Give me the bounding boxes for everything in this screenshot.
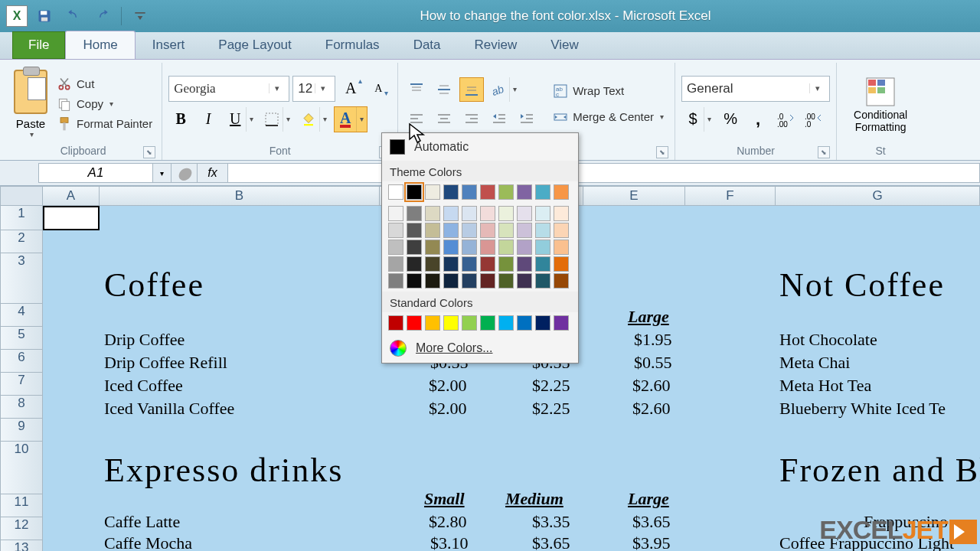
cell[interactable]: $3.65 xyxy=(532,533,570,551)
align-right-button[interactable] xyxy=(459,107,484,132)
color-swatch[interactable] xyxy=(517,240,532,255)
conditional-formatting-button[interactable]: Conditional Formatting xyxy=(843,73,918,135)
chevron-down-icon[interactable]: ▾ xyxy=(269,83,284,93)
cell[interactable]: Caffe Latte xyxy=(104,512,180,532)
currency-button[interactable]: $▾ xyxy=(681,106,715,132)
fx-button[interactable]: fx xyxy=(198,163,228,183)
increase-indent-button[interactable] xyxy=(514,107,539,132)
cancel-formula-icon[interactable]: ⬤ xyxy=(172,163,198,183)
row-header[interactable]: 5 xyxy=(0,327,43,350)
col-header[interactable]: G xyxy=(776,186,980,206)
color-swatch[interactable] xyxy=(480,184,495,200)
copy-button[interactable]: Copy ▾ xyxy=(54,95,155,113)
col-header[interactable]: A xyxy=(43,186,100,206)
cell[interactable]: Not Coffee xyxy=(779,266,945,305)
bold-button[interactable]: B xyxy=(168,107,193,132)
color-swatch[interactable] xyxy=(480,206,495,221)
color-swatch[interactable] xyxy=(388,206,403,221)
color-swatch[interactable] xyxy=(407,206,422,221)
row-header[interactable]: 8 xyxy=(0,396,43,419)
tab-page-layout[interactable]: Page Layout xyxy=(201,31,308,59)
font-size-combo[interactable]: 12 ▾ xyxy=(292,76,335,102)
increase-font-button[interactable]: A xyxy=(338,77,363,101)
cell[interactable]: Drip Coffee xyxy=(104,330,185,350)
row-header[interactable]: 2 xyxy=(0,230,43,253)
color-swatch[interactable] xyxy=(535,240,550,255)
font-name-combo[interactable]: Georgia ▾ xyxy=(168,76,289,102)
color-swatch[interactable] xyxy=(554,184,569,200)
color-swatch[interactable] xyxy=(425,256,440,272)
cell[interactable]: $0.55 xyxy=(634,353,672,373)
decrease-decimal-button[interactable]: .00.0 xyxy=(801,107,825,132)
cell[interactable]: Hot Chocolate xyxy=(779,330,877,350)
cell[interactable]: Expresso drinks xyxy=(104,451,343,490)
align-center-button[interactable] xyxy=(432,107,456,132)
format-painter-button[interactable]: Format Painter xyxy=(54,115,155,133)
color-swatch[interactable] xyxy=(443,256,459,272)
cell[interactable]: Iced Coffee xyxy=(104,376,183,396)
select-all-corner[interactable] xyxy=(0,186,43,206)
color-swatch[interactable] xyxy=(388,273,403,289)
color-swatch[interactable] xyxy=(388,240,403,255)
cell[interactable]: Frozen and Ble xyxy=(779,451,980,490)
color-swatch[interactable] xyxy=(462,206,477,221)
cell[interactable]: Medium xyxy=(505,489,564,509)
undo-icon[interactable] xyxy=(61,5,86,28)
color-swatch[interactable] xyxy=(535,315,550,331)
color-swatch[interactable] xyxy=(517,315,532,331)
align-middle-button[interactable] xyxy=(432,77,456,102)
color-swatch[interactable] xyxy=(554,206,569,221)
color-swatch[interactable] xyxy=(498,206,514,221)
color-swatch[interactable] xyxy=(443,223,459,238)
color-swatch[interactable] xyxy=(517,256,532,272)
color-swatch[interactable] xyxy=(388,184,403,200)
color-swatch[interactable] xyxy=(462,223,477,238)
row-header[interactable]: 3 xyxy=(0,253,43,304)
paste-button[interactable]: Paste ▾ xyxy=(11,68,51,140)
row-header[interactable]: 11 xyxy=(0,494,43,517)
color-swatch[interactable] xyxy=(462,273,477,289)
col-header[interactable]: F xyxy=(685,186,776,206)
cell[interactable]: $1.95 xyxy=(634,330,672,350)
name-box-dropdown[interactable]: ▾ xyxy=(153,163,172,183)
tab-formulas[interactable]: Formulas xyxy=(309,31,397,59)
cell[interactable]: Meta Chai xyxy=(779,353,850,373)
chevron-down-icon[interactable]: ▾ xyxy=(246,107,256,132)
cut-button[interactable]: Cut xyxy=(54,75,155,93)
customize-qat-icon[interactable] xyxy=(128,5,152,28)
color-swatch[interactable] xyxy=(462,184,477,200)
active-cell[interactable] xyxy=(43,206,100,230)
tab-insert[interactable]: Insert xyxy=(136,31,202,59)
cell[interactable]: $2.00 xyxy=(429,376,467,396)
merge-center-button[interactable]: Merge & Center ▾ xyxy=(548,106,668,128)
color-swatch[interactable] xyxy=(407,273,422,289)
italic-button[interactable]: I xyxy=(196,107,220,132)
save-icon[interactable] xyxy=(32,5,57,28)
chevron-down-icon[interactable]: ▾ xyxy=(319,107,330,132)
cell[interactable]: Iced Vanilla Coffee xyxy=(104,399,234,419)
color-swatch[interactable] xyxy=(425,184,440,200)
cell[interactable]: $3.35 xyxy=(532,512,570,532)
cell[interactable]: Small xyxy=(424,489,465,509)
color-swatch[interactable] xyxy=(407,223,422,238)
color-swatch[interactable] xyxy=(498,256,514,272)
color-swatch[interactable] xyxy=(498,273,514,289)
percent-button[interactable]: % xyxy=(718,107,743,132)
color-swatch[interactable] xyxy=(480,256,495,272)
cell[interactable]: Coffee xyxy=(104,266,204,305)
chevron-down-icon[interactable]: ▾ xyxy=(283,107,293,132)
cell[interactable]: $2.60 xyxy=(632,399,671,419)
decrease-indent-button[interactable] xyxy=(487,107,511,132)
tab-home[interactable]: Home xyxy=(65,31,135,59)
increase-decimal-button[interactable]: .0.00 xyxy=(773,107,798,132)
font-color-button[interactable]: A ▾ xyxy=(334,106,368,132)
row-header[interactable]: 7 xyxy=(0,373,43,396)
orientation-button[interactable]: ab ▾ xyxy=(487,77,521,103)
row-header[interactable]: 10 xyxy=(0,442,43,494)
color-swatch[interactable] xyxy=(535,256,550,272)
row-header[interactable]: 12 xyxy=(0,517,43,540)
color-swatch[interactable] xyxy=(554,315,569,331)
tab-file[interactable]: File xyxy=(12,31,65,59)
color-swatch[interactable] xyxy=(407,256,422,272)
dialog-launcher-icon[interactable]: ⬊ xyxy=(143,146,155,158)
